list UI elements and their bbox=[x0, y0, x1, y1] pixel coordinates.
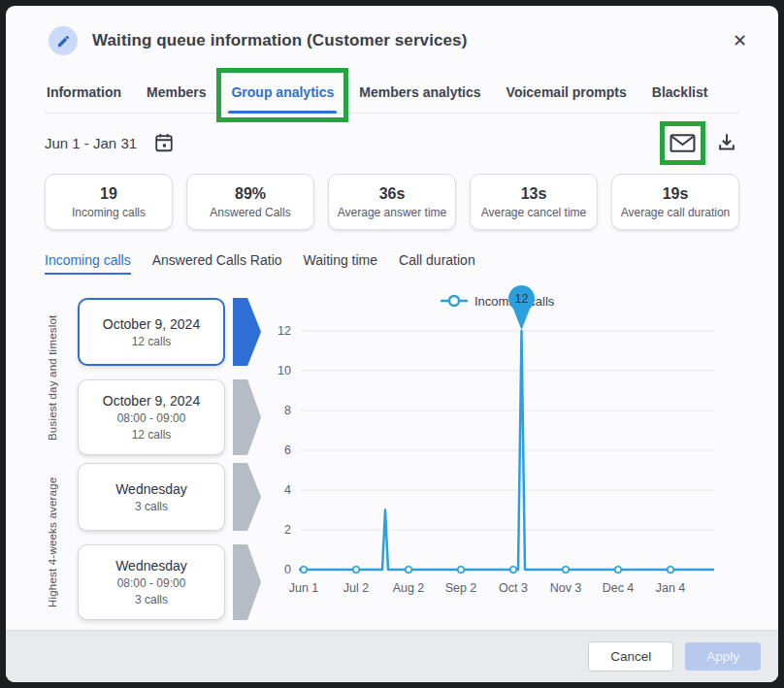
highlight-card-busiest-timeslot[interactable]: October 9, 2024 08:00 - 09:00 12 calls bbox=[78, 379, 225, 455]
dialog-footer: Cancel Apply bbox=[6, 630, 778, 682]
stat-label: Average call duration bbox=[621, 206, 731, 219]
arrow-right-icon bbox=[233, 298, 261, 366]
incoming-calls-chart[interactable]: 0 2 4 6 8 10 12 bbox=[262, 282, 741, 630]
stat-incoming-calls: 19 Incoming calls bbox=[45, 174, 173, 230]
stat-value: 89% bbox=[235, 185, 266, 203]
highlight-card-line1: Wednesday bbox=[115, 558, 187, 573]
tab-members[interactable]: Members bbox=[145, 75, 208, 113]
stat-value: 19s bbox=[663, 185, 689, 203]
waiting-queue-dialog: Waiting queue information (Customer serv… bbox=[6, 6, 778, 682]
subtab-incoming-calls[interactable]: Incoming calls bbox=[45, 252, 131, 275]
arrow-right-icon bbox=[233, 463, 261, 531]
edit-pencil-icon bbox=[49, 26, 78, 55]
svg-text:4: 4 bbox=[284, 483, 291, 497]
apply-button[interactable]: Apply bbox=[685, 642, 761, 671]
svg-text:Jul 2: Jul 2 bbox=[343, 581, 369, 595]
stat-value: 36s bbox=[379, 185, 406, 203]
svg-text:10: 10 bbox=[278, 364, 291, 377]
svg-text:Jun 1: Jun 1 bbox=[289, 581, 319, 595]
legend-marker-icon bbox=[449, 296, 459, 306]
tab-group-analytics-label: Group analytics bbox=[231, 84, 334, 100]
stat-label: Incoming calls bbox=[72, 206, 146, 219]
highlight-card-line1: Wednesday bbox=[115, 481, 187, 497]
dialog-title: Waiting queue information (Customer serv… bbox=[92, 31, 710, 50]
stat-average-call-duration: 19s Average call duration bbox=[611, 174, 739, 230]
analytics-toolbar: Jun 1 - Jan 31 bbox=[45, 128, 739, 157]
dialog-header: Waiting queue information (Customer serv… bbox=[6, 6, 778, 67]
mail-icon bbox=[670, 133, 696, 153]
x-axis-labels: Jun 1 Jul 2 Aug 2 Sep 2 Oct 3 Nov 3 Dec … bbox=[289, 581, 686, 595]
arrow-right-icon bbox=[233, 379, 261, 455]
stat-value: 13s bbox=[521, 185, 547, 203]
stat-average-cancel-time: 13s Average cancel time bbox=[470, 174, 598, 230]
svg-text:8: 8 bbox=[284, 404, 291, 417]
cancel-button[interactable]: Cancel bbox=[588, 641, 673, 672]
date-picker-button[interactable] bbox=[151, 130, 177, 155]
highlight-card-busiest-day[interactable]: October 9, 2024 12 calls bbox=[78, 298, 225, 366]
stat-label: Average answer time bbox=[338, 206, 447, 219]
highlight-card-line3: 3 calls bbox=[135, 500, 168, 513]
svg-text:Aug 2: Aug 2 bbox=[393, 581, 425, 595]
highlight-card-line3: 12 calls bbox=[132, 335, 172, 348]
tab-bar: Information Members Group analytics Memb… bbox=[45, 75, 739, 114]
download-report-button[interactable] bbox=[714, 130, 739, 155]
stat-answered-calls: 89% Answered Calls bbox=[186, 174, 314, 230]
tab-information[interactable]: Information bbox=[45, 75, 123, 113]
stats-row: 19 Incoming calls 89% Answered Calls 36s… bbox=[45, 174, 739, 230]
svg-text:Dec 4: Dec 4 bbox=[603, 581, 635, 595]
email-report-button[interactable] bbox=[668, 131, 698, 155]
arrow-right-icon bbox=[233, 544, 261, 620]
subtab-waiting-time[interactable]: Waiting time bbox=[304, 252, 378, 275]
subtab-answered-calls-ratio[interactable]: Answered Calls Ratio bbox=[152, 252, 282, 275]
stat-label: Average cancel time bbox=[481, 206, 587, 219]
svg-text:0: 0 bbox=[284, 563, 291, 576]
peak-marker-value: 12 bbox=[515, 292, 529, 306]
svg-text:Oct 3: Oct 3 bbox=[499, 581, 528, 595]
svg-text:Jan 4: Jan 4 bbox=[656, 581, 686, 595]
calendar-icon bbox=[153, 132, 175, 153]
peak-marker-pin: 12 bbox=[508, 285, 535, 330]
highlight-card-line1: October 9, 2024 bbox=[103, 393, 200, 409]
highlight-card-line3: 3 calls bbox=[135, 593, 168, 606]
metric-subtabs: Incoming calls Answered Calls Ratio Wait… bbox=[45, 252, 739, 275]
highlight-card-highest-day[interactable]: Wednesday 3 calls bbox=[78, 463, 225, 531]
subtab-call-duration[interactable]: Call duration bbox=[399, 252, 475, 275]
stat-value: 19 bbox=[100, 185, 117, 203]
highlight-card-line2: 08:00 - 09:00 bbox=[117, 411, 186, 425]
close-icon[interactable]: ✕ bbox=[725, 30, 755, 51]
chart-legend[interactable]: Incoming calls bbox=[441, 294, 555, 309]
svg-text:12: 12 bbox=[278, 324, 291, 338]
highlight-card-line1: October 9, 2024 bbox=[103, 316, 200, 332]
highlight-card-line3: 12 calls bbox=[132, 428, 172, 442]
stat-label: Answered Calls bbox=[210, 206, 290, 219]
tab-group-analytics[interactable]: Group analytics bbox=[229, 75, 336, 113]
svg-text:Nov 3: Nov 3 bbox=[550, 581, 582, 595]
date-range-label: Jun 1 - Jan 31 bbox=[45, 135, 137, 151]
tab-voicemail-prompts[interactable]: Voicemail prompts bbox=[505, 75, 629, 113]
chart-gridlines bbox=[301, 331, 714, 530]
highlight-card-highest-timeslot[interactable]: Wednesday 08:00 - 09:00 3 calls bbox=[78, 544, 225, 620]
svg-text:2: 2 bbox=[284, 523, 291, 537]
tab-blacklist[interactable]: Blacklist bbox=[650, 75, 710, 113]
svg-text:Sep 2: Sep 2 bbox=[445, 581, 477, 595]
y-axis-labels: 0 2 4 6 8 10 12 bbox=[278, 324, 291, 576]
svg-text:6: 6 bbox=[284, 443, 291, 457]
rail-label-busiest: Busiest day and timeslot bbox=[47, 298, 64, 457]
download-icon bbox=[716, 132, 737, 153]
tab-members-analytics[interactable]: Members analytics bbox=[357, 75, 482, 113]
highlight-card-line2: 08:00 - 09:00 bbox=[117, 576, 186, 590]
rail-label-highest: Highest 4-weeks average bbox=[47, 463, 64, 622]
stat-average-answer-time: 36s Average answer time bbox=[328, 174, 456, 230]
analytics-panel: Busiest day and timeslot Highest 4-weeks… bbox=[45, 282, 739, 630]
